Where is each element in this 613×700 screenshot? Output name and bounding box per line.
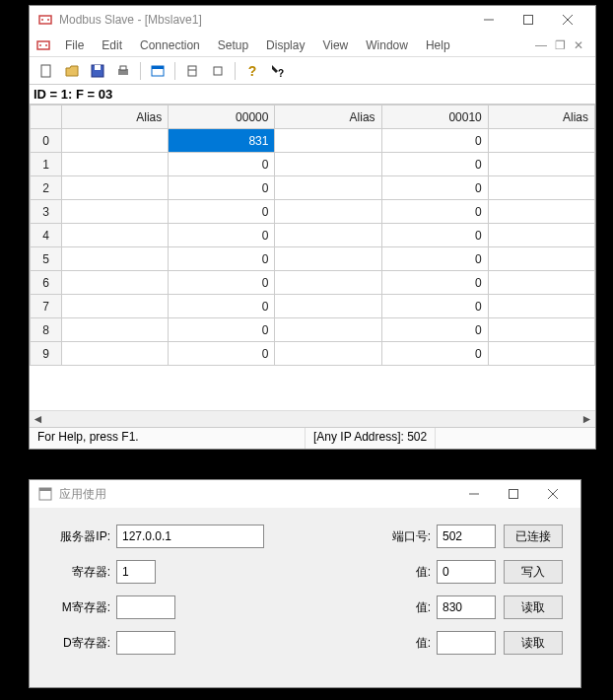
cell[interactable]	[488, 153, 594, 176]
d-register-input[interactable]	[116, 631, 175, 655]
cell[interactable]	[62, 247, 169, 271]
row-header[interactable]: 0	[31, 129, 62, 153]
row-header[interactable]: 6	[31, 271, 62, 295]
table-row[interactable]: 800	[31, 318, 595, 342]
value1-input[interactable]	[437, 560, 496, 584]
tool2-button[interactable]	[207, 60, 229, 82]
table-row[interactable]: 400	[31, 224, 595, 247]
save-button[interactable]	[87, 60, 108, 82]
cell[interactable]	[62, 176, 169, 200]
table-row[interactable]: 500	[31, 247, 595, 271]
cell[interactable]	[488, 247, 594, 271]
table-row[interactable]: 700	[31, 295, 595, 318]
scroll-right-icon[interactable]: ►	[579, 411, 595, 428]
tool1-button[interactable]	[181, 60, 203, 82]
register-input[interactable]	[116, 560, 156, 584]
cell[interactable]	[62, 318, 169, 342]
scroll-left-icon[interactable]: ◄	[30, 411, 46, 428]
cell[interactable]: 0	[169, 200, 275, 224]
cell[interactable]	[488, 318, 594, 342]
cell[interactable]	[275, 153, 381, 176]
cell[interactable]: 0	[381, 224, 488, 247]
whatsthis-button[interactable]: ?	[267, 60, 289, 82]
mdi-close-icon[interactable]: ✕	[574, 38, 583, 52]
cell[interactable]	[62, 271, 169, 295]
cell[interactable]: 0	[169, 224, 275, 247]
cell[interactable]	[488, 295, 594, 318]
cell[interactable]	[488, 129, 594, 153]
cell[interactable]: 0	[169, 318, 275, 342]
menu-window[interactable]: Window	[358, 35, 416, 55]
cell[interactable]: 0	[381, 176, 488, 200]
table-row[interactable]: 600	[31, 271, 595, 295]
cell[interactable]	[488, 176, 594, 200]
cell[interactable]	[62, 129, 169, 153]
row-header[interactable]: 8	[31, 318, 62, 342]
menu-edit[interactable]: Edit	[94, 35, 130, 55]
read2-button[interactable]: 读取	[504, 631, 563, 655]
table-row[interactable]: 900	[31, 342, 595, 366]
cell[interactable]: 0	[381, 318, 488, 342]
row-header[interactable]: 2	[31, 176, 62, 200]
cell[interactable]: 0	[169, 247, 275, 271]
row-header[interactable]: 1	[31, 153, 62, 176]
cell[interactable]	[275, 200, 381, 224]
cell[interactable]	[275, 342, 381, 366]
cell[interactable]: 0	[381, 342, 488, 366]
menu-file[interactable]: File	[57, 35, 92, 55]
row-header[interactable]: 3	[31, 200, 62, 224]
table-row[interactable]: 200	[31, 176, 595, 200]
cell[interactable]	[275, 318, 381, 342]
cell[interactable]	[275, 247, 381, 271]
cell[interactable]	[488, 271, 594, 295]
cell[interactable]	[62, 224, 169, 247]
data-grid[interactable]: Alias 00000 Alias 00010 Alias 0831010020…	[30, 105, 595, 410]
cell[interactable]: 0	[169, 271, 275, 295]
maximize-button[interactable]	[509, 7, 548, 33]
col-alias-2[interactable]: Alias	[488, 105, 594, 129]
cell[interactable]	[62, 342, 169, 366]
connected-button[interactable]: 已连接	[504, 525, 563, 548]
value2-input[interactable]	[437, 595, 496, 619]
menu-view[interactable]: View	[314, 35, 356, 55]
print-button[interactable]	[112, 60, 134, 82]
mdi-minimize-icon[interactable]: ―	[535, 38, 547, 52]
titlebar[interactable]: Modbus Slave - [Mbslave1]	[30, 6, 595, 34]
cell[interactable]: 0	[169, 176, 275, 200]
col-alias-1[interactable]: Alias	[275, 105, 381, 129]
cell[interactable]: 831	[169, 129, 275, 153]
cell[interactable]	[488, 224, 594, 247]
cell[interactable]	[488, 342, 594, 366]
row-header[interactable]: 5	[31, 247, 62, 271]
cell[interactable]: 0	[381, 247, 488, 271]
row-header[interactable]: 4	[31, 224, 62, 247]
cell[interactable]	[275, 129, 381, 153]
menu-connection[interactable]: Connection	[132, 35, 208, 55]
cell[interactable]: 0	[169, 295, 275, 318]
table-row[interactable]: 08310	[31, 129, 595, 153]
menu-display[interactable]: Display	[258, 35, 312, 55]
help-button[interactable]: ?	[241, 60, 263, 82]
row-header[interactable]: 9	[31, 342, 62, 366]
cell[interactable]	[62, 153, 169, 176]
cell[interactable]	[275, 224, 381, 247]
col-00010[interactable]: 00010	[381, 105, 488, 129]
open-button[interactable]	[61, 60, 83, 82]
minimize-button[interactable]	[454, 481, 494, 507]
menu-help[interactable]: Help	[418, 35, 458, 55]
value3-input[interactable]	[437, 631, 496, 655]
menu-setup[interactable]: Setup	[210, 35, 256, 55]
cell[interactable]	[62, 295, 169, 318]
new-button[interactable]	[35, 60, 57, 82]
read1-button[interactable]: 读取	[504, 595, 563, 619]
close-button[interactable]	[533, 481, 573, 507]
close-button[interactable]	[548, 7, 587, 33]
minimize-button[interactable]	[469, 7, 509, 33]
col-alias-0[interactable]: Alias	[62, 105, 169, 129]
write-button[interactable]: 写入	[504, 560, 563, 584]
horizontal-scrollbar[interactable]: ◄ ►	[30, 410, 595, 427]
table-row[interactable]: 300	[31, 200, 595, 224]
cell[interactable]: 0	[381, 200, 488, 224]
mdi-restore-icon[interactable]: ❐	[555, 38, 566, 52]
cell[interactable]: 0	[381, 129, 488, 153]
